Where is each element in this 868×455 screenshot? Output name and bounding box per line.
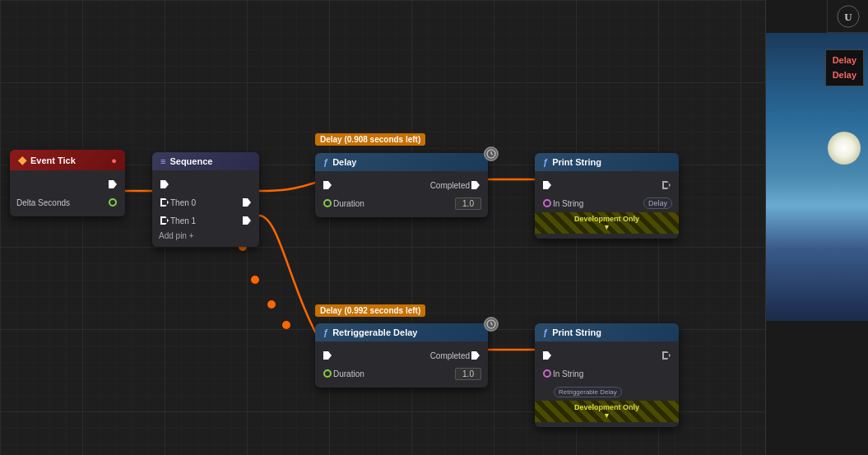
tooltip-line2: Delay: [833, 68, 856, 83]
print-bottom-instring-value[interactable]: Retriggerable Delay: [554, 387, 622, 397]
sequence-body: Then 0 Then 1 Add pin +: [152, 170, 259, 247]
delay-top-clock-icon: [484, 146, 499, 161]
print-top-instring-pin[interactable]: [543, 199, 551, 207]
delay-top-duration-input[interactable]: [455, 197, 481, 210]
print-top-icon: ƒ: [543, 157, 548, 167]
delay-top-completed-pin[interactable]: [471, 181, 480, 189]
print-top-instring-value[interactable]: Delay: [643, 197, 672, 209]
delay-top-duration-pin[interactable]: [323, 199, 332, 207]
sequence-then0-label: Then 0: [170, 198, 241, 207]
delay-top-duration-label: Duration: [333, 199, 455, 208]
svg-line-10: [491, 324, 493, 325]
delay-bottom-body: Completed Duration: [315, 341, 488, 388]
delay-top-timer-badge: Delay (0.908 seconds left): [315, 133, 425, 146]
print-top-dev-only-chevron: ▼: [603, 223, 610, 231]
print-bottom-header: ƒ Print String: [535, 323, 679, 341]
delay-bottom-header: ƒ Retriggerable Delay: [315, 323, 488, 341]
sequence-node[interactable]: ≡ Sequence Then 0 Then 1 Add pin +: [152, 152, 259, 247]
print-bottom-icon: ƒ: [543, 327, 548, 337]
print-string-bottom-node[interactable]: ƒ Print String In String Retriggerable D…: [535, 323, 679, 427]
print-bottom-exec-row: [535, 346, 679, 364]
print-top-title: Print String: [552, 157, 601, 167]
print-bottom-body: In String Retriggerable Delay Developmen…: [535, 341, 679, 427]
delta-seconds-label: Delta Seconds: [16, 198, 107, 207]
delay-top-body: Completed Duration: [315, 171, 488, 217]
print-bottom-instring-pin[interactable]: [543, 369, 551, 378]
sun: [828, 132, 861, 165]
svg-point-3: [267, 300, 276, 309]
print-bottom-dev-only: Development Only ▼: [535, 401, 679, 422]
event-tick-exec-out-pin[interactable]: [109, 180, 117, 188]
svg-point-2: [251, 276, 259, 284]
event-tick-indicator: ●: [111, 156, 117, 165]
delay-bottom-duration-input[interactable]: [455, 368, 481, 380]
delay-bottom-exec-row: Completed: [315, 346, 488, 364]
print-bottom-exec-in-pin[interactable]: [543, 351, 551, 360]
tooltip-line1: Delay: [833, 53, 856, 68]
delay-top-header: ƒ Delay: [315, 153, 488, 171]
delay-bottom-timer-badge: Delay (0.992 seconds left): [315, 304, 425, 317]
clock-svg: [486, 149, 496, 159]
delay-bottom-title: Retriggerable Delay: [332, 327, 417, 337]
delay-top-exec-row: Completed: [315, 176, 488, 194]
sequence-then1-out-pin[interactable]: [243, 216, 251, 225]
print-bottom-dev-only-label: Development Only: [574, 403, 639, 411]
sequence-then0-row: Then 0: [152, 193, 259, 211]
print-top-exec-in-pin[interactable]: [543, 181, 551, 189]
sequence-then0-out-pin[interactable]: [243, 198, 251, 207]
print-bottom-instring-value-row: Retriggerable Delay: [535, 383, 679, 401]
clock-bottom-svg: [486, 319, 496, 329]
main-container: ◆ Event Tick ● Delta Seconds ≡ Sequence: [0, 0, 868, 455]
ue-logo-svg: U: [837, 5, 860, 28]
sequence-exec-in-row: [152, 175, 259, 193]
print-top-exec-row: [535, 176, 679, 194]
print-top-exec-out-pin[interactable]: [662, 181, 671, 189]
delay-bottom-duration-label: Duration: [333, 369, 455, 378]
delta-seconds-pin[interactable]: [109, 198, 117, 207]
print-top-header: ƒ Print String: [535, 153, 679, 171]
tooltip-box: Delay Delay: [825, 49, 864, 86]
sequence-exec-in-pin[interactable]: [160, 180, 169, 188]
event-tick-header: ◆ Event Tick ●: [10, 150, 125, 170]
delay-top-node[interactable]: ƒ Delay Completed Duration: [315, 153, 488, 217]
print-bottom-instring-label: In String: [553, 369, 672, 378]
retriggerable-delay-node[interactable]: ƒ Retriggerable Delay Completed Duration: [315, 323, 488, 388]
svg-point-4: [282, 321, 290, 329]
print-top-dev-only-label: Development Only: [574, 215, 639, 223]
sequence-title: Sequence: [169, 156, 212, 166]
event-tick-delta-row: Delta Seconds: [10, 193, 125, 211]
event-tick-diamond: ◆: [18, 154, 26, 166]
print-bottom-instring-row: In String: [535, 364, 679, 383]
delay-bottom-duration-row: Duration: [315, 364, 488, 383]
event-tick-exec-row: [10, 175, 125, 193]
event-tick-title: Event Tick: [30, 156, 76, 165]
print-top-instring-row: In String Delay: [535, 194, 679, 212]
sequence-icon: ≡: [160, 156, 165, 166]
delay-bottom-clock-icon: [484, 317, 499, 332]
delay-top-icon: ƒ: [323, 157, 328, 167]
delay-top-duration-row: Duration: [315, 194, 488, 212]
delay-bottom-exec-in-pin[interactable]: [323, 351, 332, 360]
sequence-header: ≡ Sequence: [152, 152, 259, 170]
print-top-body: In String Delay Development Only ▼: [535, 171, 679, 239]
delay-bottom-completed-label: Completed: [402, 351, 470, 360]
blueprint-canvas[interactable]: ◆ Event Tick ● Delta Seconds ≡ Sequence: [0, 0, 765, 455]
ue-logo: U: [827, 0, 868, 33]
sequence-add-pin[interactable]: Add pin +: [152, 230, 259, 242]
print-bottom-exec-out-pin[interactable]: [662, 351, 671, 360]
svg-line-7: [491, 154, 493, 155]
sequence-then0-in-pin[interactable]: [160, 198, 169, 207]
delay-bottom-duration-pin[interactable]: [323, 369, 332, 378]
delay-bottom-completed-pin[interactable]: [471, 351, 480, 360]
sequence-then1-row: Then 1: [152, 211, 259, 230]
event-tick-node[interactable]: ◆ Event Tick ● Delta Seconds: [10, 150, 125, 216]
print-top-dev-only: Development Only ▼: [535, 212, 679, 234]
print-string-top-node[interactable]: ƒ Print String In String Delay Developme…: [535, 153, 679, 239]
print-bottom-dev-only-chevron: ▼: [603, 411, 610, 420]
svg-text:U: U: [844, 10, 852, 22]
delay-top-exec-in-pin[interactable]: [323, 181, 332, 189]
sequence-then1-in-pin[interactable]: [160, 216, 169, 225]
event-tick-body: Delta Seconds: [10, 170, 125, 216]
right-panel: U Delay Delay: [765, 0, 868, 455]
print-bottom-title: Print String: [552, 327, 601, 337]
